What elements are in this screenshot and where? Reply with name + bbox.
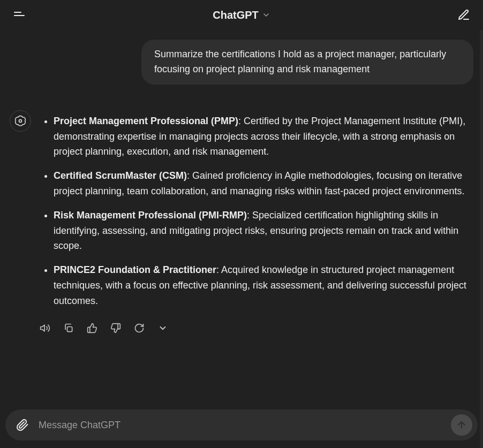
assistant-content: Project Management Professional (PMP): C… <box>39 110 473 336</box>
user-message-row: Summarize the certifications I hold as a… <box>10 40 473 85</box>
list-item: PRINCE2 Foundation & Practitioner: Acqui… <box>54 262 473 308</box>
read-aloud-button[interactable] <box>37 321 52 336</box>
attach-button[interactable] <box>14 416 31 434</box>
scrollbar[interactable] <box>480 30 483 448</box>
cert-title: Risk Management Professional (PMI-RMP) <box>54 210 247 221</box>
chevron-down-icon <box>158 323 168 333</box>
assistant-avatar <box>10 110 31 132</box>
refresh-icon <box>134 323 145 333</box>
thumbs-down-icon <box>110 323 121 333</box>
list-item: Risk Management Professional (PMI-RMP): … <box>54 208 473 254</box>
model-selector[interactable]: ChatGPT <box>213 9 270 21</box>
user-message-bubble: Summarize the certifications I hold as a… <box>141 40 473 85</box>
more-button[interactable] <box>155 321 170 336</box>
list-item: Project Management Professional (PMP): C… <box>54 113 473 160</box>
speaker-icon <box>40 323 50 333</box>
copy-button[interactable] <box>61 321 76 336</box>
svg-rect-4 <box>67 326 72 331</box>
list-item: Certified ScrumMaster (CSM): Gained prof… <box>54 168 473 199</box>
arrow-up-icon <box>456 420 467 430</box>
svg-point-2 <box>19 119 22 122</box>
regenerate-button[interactable] <box>132 321 147 336</box>
copy-icon <box>63 323 74 333</box>
edit-icon <box>457 9 470 21</box>
message-actions <box>37 321 473 336</box>
chevron-down-icon <box>262 11 270 19</box>
cert-title: PRINCE2 Foundation & Practitioner <box>54 264 216 275</box>
new-chat-button[interactable] <box>454 5 473 25</box>
svg-marker-3 <box>41 325 45 331</box>
cert-title: Certified ScrumMaster (CSM) <box>54 170 187 181</box>
openai-logo-icon <box>14 115 27 127</box>
conversation: Summarize the certifications I hold as a… <box>0 30 483 448</box>
certifications-list: Project Management Professional (PMP): C… <box>39 113 473 309</box>
thumbs-up-button[interactable] <box>85 321 100 336</box>
assistant-message-row: Project Management Professional (PMP): C… <box>10 110 473 336</box>
menu-button[interactable] <box>10 5 29 25</box>
page-title: ChatGPT <box>213 9 259 21</box>
input-bar <box>5 409 478 441</box>
menu-icon <box>13 9 26 21</box>
header: ChatGPT <box>0 0 483 30</box>
thumbs-up-icon <box>87 323 97 333</box>
message-input[interactable] <box>39 420 443 431</box>
send-button[interactable] <box>451 414 472 436</box>
thumbs-down-button[interactable] <box>108 321 123 336</box>
paperclip-icon <box>16 419 29 431</box>
cert-title: Project Management Professional (PMP) <box>54 116 238 126</box>
